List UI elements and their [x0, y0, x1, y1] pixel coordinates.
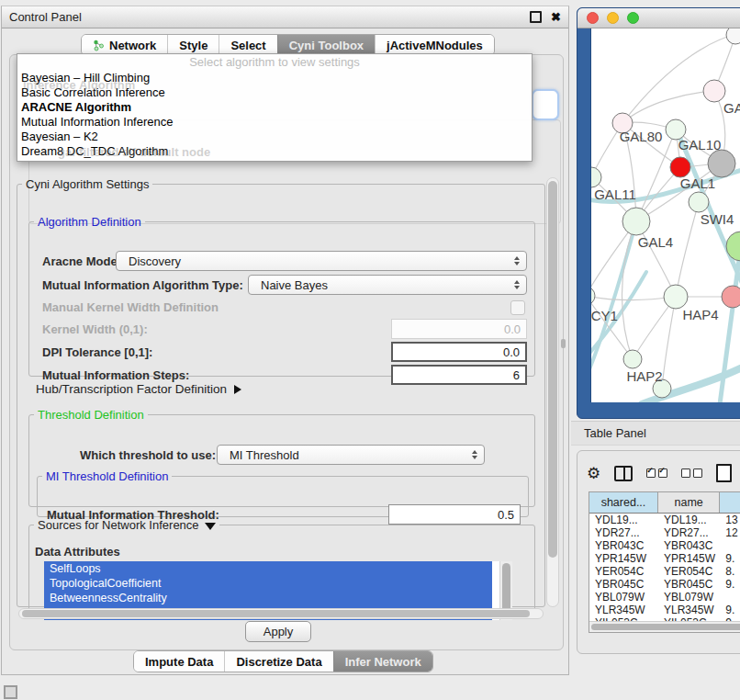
network-canvas[interactable]: GAL GAL80 GAL10 GAL1 GAL11 SWI4 GAL4 GCY…	[590, 28, 740, 402]
tab-label: jActiveMNodules	[387, 39, 483, 52]
table-horizontal-scrollbar[interactable]	[589, 621, 740, 632]
table-cell[interactable]: YBL079W	[658, 591, 720, 604]
data-attribute-item[interactable]: SelfLoops	[44, 561, 492, 576]
float-window-icon[interactable]	[530, 11, 542, 23]
mi-steps-label: Mutual Information Steps:	[42, 368, 189, 383]
network-node[interactable]	[622, 208, 650, 235]
table-cell[interactable]: YER054C	[658, 565, 720, 578]
tab-cyni-toolbox[interactable]: Cyni Toolbox	[277, 35, 375, 55]
settings-horizontal-scrollbar[interactable]	[18, 608, 544, 619]
table-row[interactable]: YBR045CYBR045C9.	[589, 578, 740, 591]
network-node[interactable]	[703, 80, 725, 102]
table-cell[interactable]: YBR043C	[658, 539, 720, 552]
table-row[interactable]: YDL19...YDL19...13	[589, 514, 740, 526]
apply-button[interactable]: Apply	[245, 621, 311, 642]
select-all-checks-icon[interactable]	[646, 469, 667, 478]
data-attribute-item[interactable]: BetweennessCentrality	[44, 591, 492, 605]
tab-style[interactable]: Style	[167, 35, 219, 55]
column-header[interactable]: shared...	[589, 492, 658, 513]
network-node[interactable]	[591, 287, 595, 305]
table-cell[interactable]: YLR345W	[658, 604, 720, 616]
close-icon[interactable]: ✖	[551, 13, 561, 21]
table-cell[interactable]: 9.	[720, 552, 740, 565]
tab-select[interactable]: Select	[219, 35, 276, 55]
network-node[interactable]	[670, 157, 690, 177]
gear-icon[interactable]: ⚙	[587, 466, 600, 481]
zoom-traffic-light[interactable]	[627, 12, 639, 24]
table-toolbar: ⚙	[587, 460, 740, 486]
column-header[interactable]: name	[658, 492, 720, 513]
settings-vertical-scrollbar[interactable]	[546, 177, 559, 607]
table-cell[interactable]	[720, 539, 740, 552]
tab-jactivemnodules[interactable]: jActiveMNodules	[375, 35, 494, 55]
combo-arrows-icon	[472, 450, 477, 459]
close-traffic-light[interactable]	[587, 12, 599, 24]
minimize-traffic-light[interactable]	[607, 12, 619, 24]
deselect-all-checks-icon[interactable]	[681, 469, 702, 478]
dpi-tolerance-field[interactable]: 0.0	[391, 342, 527, 362]
table-panel-window: ⚙ shared... name A YDL19...YDL19...13YDR…	[577, 450, 740, 654]
kernel-width-field[interactable]: 0.0	[391, 319, 527, 339]
table-row[interactable]: YBR043CYBR043C	[589, 539, 740, 552]
network-node[interactable]	[623, 350, 642, 368]
table-cell[interactable]	[720, 591, 740, 604]
table-cell[interactable]: 8.	[720, 565, 740, 578]
table-cell[interactable]: YBR045C	[589, 578, 658, 591]
table-cell[interactable]: 13	[720, 514, 740, 526]
table-cell[interactable]: 9.	[720, 604, 740, 616]
algorithm-popup-item[interactable]: Mutual Information Inference	[17, 115, 532, 130]
control-panel-title: Control Panel	[9, 10, 82, 24]
table-cell[interactable]: YDR27...	[589, 526, 658, 539]
table-cell[interactable]: 9.	[720, 578, 740, 591]
table-cell[interactable]: YDL19...	[658, 514, 720, 526]
export-table-icon[interactable]	[716, 464, 732, 482]
mi-type-combo[interactable]: Naive Bayes	[248, 275, 527, 295]
table-row[interactable]: YBL079WYBL079W	[589, 591, 740, 604]
network-node[interactable]	[664, 285, 688, 309]
table-row[interactable]: YLR345WYLR345W9.	[589, 604, 740, 616]
table-cell[interactable]: YBR043C	[589, 539, 658, 552]
table-cell[interactable]: YBR045C	[658, 578, 720, 591]
table-cell[interactable]: YBL079W	[589, 591, 658, 604]
network-node[interactable]	[689, 192, 709, 212]
mi-steps-field[interactable]: 6	[391, 365, 527, 385]
table-cell[interactable]: 12	[720, 526, 740, 539]
table-cell[interactable]: YLR345W	[589, 604, 658, 616]
which-threshold-combo[interactable]: MI Threshold	[217, 445, 485, 465]
tab-discretize-data[interactable]: Discretize Data	[224, 651, 332, 672]
table-cell[interactable]: YER054C	[589, 565, 658, 578]
panel-splitter-handle[interactable]	[561, 339, 566, 348]
algorithm-popup-header: Select algorithm to view settings	[17, 54, 532, 71]
column-header[interactable]: A	[720, 492, 740, 513]
table-row[interactable]: YER054CYER054C8.	[589, 565, 740, 578]
network-node[interactable]	[726, 28, 740, 44]
table-cell[interactable]: YDR27...	[658, 526, 720, 539]
manual-kernel-checkbox[interactable]	[510, 300, 525, 315]
tab-network[interactable]: Network	[82, 35, 167, 55]
tab-label: Discretize Data	[236, 655, 321, 669]
algorithm-popup-item[interactable]: Bayesian – K2	[17, 130, 532, 144]
node-table: shared... name A YDL19...YDL19...13YDR27…	[589, 491, 740, 633]
algorithm-popup-item[interactable]: ARACNE Algorithm	[17, 100, 532, 115]
network-node[interactable]	[591, 167, 601, 187]
tab-infer-network[interactable]: Infer Network	[333, 651, 432, 672]
hub-definition-label: Hub/Transcription Factor Definition	[36, 382, 227, 396]
table-row[interactable]: YPR145WYPR145W9.	[589, 552, 740, 565]
hub-definition-toggle[interactable]: Hub/Transcription Factor Definition	[36, 382, 241, 397]
aracne-mode-combo[interactable]: Discovery	[116, 251, 527, 271]
which-threshold-label: Which threshold to use:	[80, 448, 216, 463]
table-row[interactable]: YDR27...YDR27...12	[589, 526, 740, 539]
columns-icon[interactable]	[614, 466, 633, 481]
table-cell[interactable]: YPR145W	[589, 552, 658, 565]
network-node[interactable]	[708, 150, 735, 177]
tab-label: Network	[109, 39, 156, 52]
tab-impute-data[interactable]: Impute Data	[134, 651, 224, 672]
collapse-down-icon[interactable]	[205, 523, 216, 530]
table-cell[interactable]: YPR145W	[658, 552, 720, 565]
mi-steps-value: 6	[513, 368, 520, 382]
table-cell[interactable]: YDL19...	[589, 514, 658, 526]
network-node[interactable]	[722, 286, 740, 308]
data-attribute-item[interactable]: TopologicalCoefficient	[44, 576, 492, 591]
corner-grip-handle[interactable]	[4, 685, 17, 699]
table-panel-header: Table Panel	[571, 421, 740, 446]
